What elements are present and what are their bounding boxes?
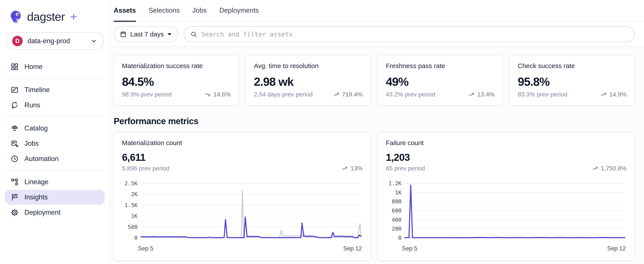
sidebar-item-runs[interactable]: Runs xyxy=(5,98,105,112)
tab-jobs[interactable]: Jobs xyxy=(192,0,206,22)
sidebar-item-jobs[interactable]: Jobs xyxy=(5,136,105,151)
chart-prev-period: 5,896 prev period xyxy=(122,165,170,172)
sidebar-item-deployment[interactable]: Deployment xyxy=(5,205,105,220)
sidebar-item-label: Catalog xyxy=(24,124,48,132)
brand-logo: dagster + xyxy=(0,6,110,25)
stat-title: Materialization success rate xyxy=(122,62,231,70)
jobs-icon xyxy=(10,140,19,148)
chart-title: Failure count xyxy=(386,139,627,146)
content-column: Assets Selections Jobs Deployments Last … xyxy=(110,0,644,264)
stat-trend-value: 14.6% xyxy=(213,91,230,98)
svg-text:1.5K: 1.5K xyxy=(124,202,138,208)
date-range-button[interactable]: Last 7 days xyxy=(114,26,178,42)
tab-deployments[interactable]: Deployments xyxy=(219,0,259,22)
chart-value: 1,203 xyxy=(386,152,627,163)
catalog-icon xyxy=(10,124,19,132)
search-input[interactable] xyxy=(201,30,628,38)
svg-text:0: 0 xyxy=(398,235,402,241)
sidebar-item-lineage[interactable]: Lineage xyxy=(5,174,105,190)
svg-text:1K: 1K xyxy=(131,213,138,219)
sidebar-nav: Home Timeline Runs xyxy=(0,59,110,220)
app-root: dagster + D data-eng-prod Home xyxy=(0,0,644,264)
svg-text:1.2K: 1.2K xyxy=(388,180,402,186)
brand-plus: + xyxy=(70,10,77,24)
svg-text:1K: 1K xyxy=(395,190,402,196)
stat-title: Check success rate xyxy=(518,62,626,70)
svg-text:Sep 12: Sep 12 xyxy=(343,245,362,252)
chart-card-failure-count: Failure count 1,203 65 prev period 1,750… xyxy=(378,132,635,261)
sidebar-divider xyxy=(6,170,104,170)
deployment-avatar: D xyxy=(12,36,23,46)
deployment-switcher[interactable]: D data-eng-prod xyxy=(6,32,104,50)
stat-prev-period: 43.2% prev period xyxy=(386,91,436,98)
top-tabbar: Assets Selections Jobs Deployments xyxy=(110,0,644,22)
stat-card-avg-time-to-resolution[interactable]: Avg. time to resolution 2.98 wk 2.54 day… xyxy=(246,55,371,106)
chevron-down-icon xyxy=(90,37,98,45)
stat-trend-value: 719.4% xyxy=(342,91,363,98)
chart-value: 6,611 xyxy=(122,152,363,163)
sidebar-item-label: Timeline xyxy=(24,86,50,94)
stat-trend-value: 13.4% xyxy=(477,91,494,98)
search-bar xyxy=(184,26,635,42)
stat-value: 2.98 wk xyxy=(254,75,363,88)
tab-selections[interactable]: Selections xyxy=(148,0,180,22)
tab-assets[interactable]: Assets xyxy=(114,0,136,22)
trend-up-icon xyxy=(592,165,598,172)
sidebar-item-timeline[interactable]: Timeline xyxy=(5,82,105,97)
calendar-icon xyxy=(120,31,127,38)
svg-text:200: 200 xyxy=(392,226,402,232)
sidebar-item-label: Insights xyxy=(24,193,48,201)
date-range-label: Last 7 days xyxy=(130,30,164,38)
sidebar-divider xyxy=(6,116,104,117)
filter-bar: Last 7 days xyxy=(110,22,644,47)
svg-text:2K: 2K xyxy=(131,191,138,198)
chart-card-materialization-count: Materialization count 6,611 5,896 prev p… xyxy=(114,132,371,261)
deployment-name: data-eng-prod xyxy=(28,37,70,45)
sidebar-item-automation[interactable]: Automation xyxy=(5,152,105,166)
sidebar: dagster + D data-eng-prod Home xyxy=(0,0,110,264)
svg-text:Sep 5: Sep 5 xyxy=(138,245,153,252)
chart-card-row: Materialization count 6,611 5,896 prev p… xyxy=(114,132,635,261)
home-grid-icon xyxy=(10,62,19,71)
sidebar-item-home[interactable]: Home xyxy=(5,59,105,74)
chart-trend: 1,750.8% xyxy=(592,165,626,172)
deployment-gear-icon xyxy=(10,208,19,217)
svg-text:Sep 5: Sep 5 xyxy=(402,245,417,252)
stat-card-freshness-pass-rate[interactable]: Freshness pass rate 49% 43.2% prev perio… xyxy=(378,55,503,106)
lineage-graph-icon xyxy=(10,178,19,186)
chart-trend-value: 13% xyxy=(350,165,362,172)
performance-metrics-heading: Performance metrics xyxy=(114,116,635,126)
trend-up-icon xyxy=(600,91,607,98)
runs-icon xyxy=(10,101,19,109)
stat-value: 49% xyxy=(386,75,495,88)
stat-value: 84.5% xyxy=(122,75,231,88)
stat-card-check-success-rate[interactable]: Check success rate 95.8% 83.3% prev peri… xyxy=(510,55,635,106)
sidebar-item-label: Deployment xyxy=(24,208,60,216)
caret-down-icon xyxy=(167,32,172,37)
failure-count-chart: 1.2K1K8006004002000Sep 5Sep 12 xyxy=(386,178,627,253)
stat-trend: 719.4% xyxy=(333,91,363,98)
sidebar-item-label: Runs xyxy=(24,101,40,109)
svg-text:500: 500 xyxy=(128,224,138,230)
sidebar-item-label: Home xyxy=(24,63,42,71)
trend-down-icon xyxy=(205,91,211,98)
sidebar-item-label: Lineage xyxy=(24,178,48,186)
svg-text:Sep 12: Sep 12 xyxy=(607,245,626,252)
insights-flag-icon xyxy=(10,193,19,202)
automation-clock-icon xyxy=(10,155,19,163)
search-icon xyxy=(190,31,197,38)
svg-text:400: 400 xyxy=(392,217,402,223)
stat-value: 95.8% xyxy=(518,75,626,88)
sidebar-item-label: Jobs xyxy=(24,140,38,148)
chart-trend-value: 1,750.8% xyxy=(601,165,626,172)
stat-trend: 14.6% xyxy=(205,91,230,98)
stat-card-row: Materialization success rate 84.5% 98.9%… xyxy=(114,55,635,106)
stat-card-materialization-success-rate[interactable]: Materialization success rate 84.5% 98.9%… xyxy=(114,55,239,106)
stat-prev-period: 98.9% prev period xyxy=(122,91,172,98)
chart-trend: 13% xyxy=(342,165,362,172)
chart-title: Materialization count xyxy=(122,139,363,146)
sidebar-item-insights[interactable]: Insights xyxy=(5,190,105,205)
svg-text:600: 600 xyxy=(392,208,402,214)
stat-title: Freshness pass rate xyxy=(386,62,495,70)
sidebar-item-catalog[interactable]: Catalog xyxy=(5,121,105,136)
